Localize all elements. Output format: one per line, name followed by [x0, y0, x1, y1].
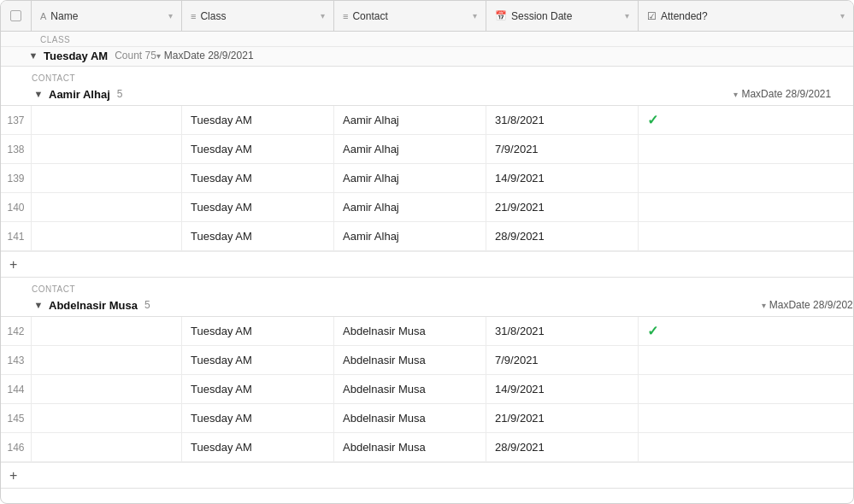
contact-name-row: ▼ Aamir Alhaj 5 ▾ MaxDate 28/9/2021 [1, 85, 853, 105]
row-class-cell: Tuesday AM [182, 164, 334, 192]
header-checkbox-col[interactable] [1, 1, 32, 31]
contact-sort-icon[interactable]: ▾ [473, 11, 477, 21]
class-group-count: Count 75 [115, 50, 156, 62]
row-name-cell [32, 346, 182, 374]
contact-section-1: CONTACT ▼ Abdelnasir Musa 5 ▾ MaxDate 28… [1, 278, 853, 489]
header-class-col[interactable]: ≡ Class ▾ [182, 1, 334, 31]
row-contact-cell: Abdelnasir Musa [334, 375, 486, 403]
row-contact-cell: Aamir Alhaj [334, 193, 486, 221]
contact-name-row: ▼ Abdelnasir Musa 5 ▾ MaxDate 28/9/2021 [1, 296, 853, 316]
name-sort-icon[interactable]: ▾ [168, 11, 173, 21]
contact-col-icon: ≡ [343, 11, 348, 21]
row-id-146: 146 [1, 433, 32, 461]
row-contact-cell: Aamir Alhaj [334, 222, 486, 250]
class-collapse-arrow[interactable]: ▼ [27, 49, 40, 62]
row-attended-cell [639, 164, 853, 192]
header-contact-label: Contact [352, 10, 387, 22]
contact-section-0: CONTACT ▼ Aamir Alhaj 5 ▾ MaxDate 28/9/2… [1, 67, 853, 278]
row-attended-cell [639, 135, 853, 163]
class-maxdate-value: MaxDate 28/9/2021 [164, 50, 254, 62]
row-attended-cell [639, 375, 853, 403]
row-date-cell: 21/9/2021 [486, 404, 639, 432]
table-row[interactable]: 139 Tuesday AM Aamir Alhaj 14/9/2021 [1, 164, 853, 193]
row-date-cell: 31/8/2021 [486, 317, 639, 345]
table-header: A Name ▾ ≡ Class ▾ ≡ Contact ▾ 📅 Session… [1, 1, 853, 32]
row-date-cell: 7/9/2021 [486, 135, 639, 163]
class-group-name-row: ▼ Tuesday AM Count 75 ▾ MaxDate 28/9/202… [1, 47, 853, 67]
row-name-cell [32, 164, 182, 192]
row-contact-cell: Abdelnasir Musa [334, 317, 486, 345]
row-attended-cell: ✓ [639, 106, 853, 134]
contact-maxdate-value: MaxDate 28/9/2021 [741, 88, 831, 100]
row-contact-cell: Aamir Alhaj [334, 135, 486, 163]
row-class-cell: Tuesday AM [182, 375, 334, 403]
row-name-cell [32, 404, 182, 432]
attended-col-icon: ☑ [647, 10, 657, 22]
table-row[interactable]: 138 Tuesday AM Aamir Alhaj 7/9/2021 [1, 135, 853, 164]
main-table: A Name ▾ ≡ Class ▾ ≡ Contact ▾ 📅 Session… [0, 0, 854, 504]
row-class-cell: Tuesday AM [182, 222, 334, 250]
row-attended-cell: ✓ [639, 317, 853, 345]
row-class-cell: Tuesday AM [182, 433, 334, 461]
table-row[interactable]: 146 Tuesday AM Abdelnasir Musa 28/9/2021 [1, 433, 853, 462]
row-contact-cell: Aamir Alhaj [334, 164, 486, 192]
add-record-button[interactable]: + [1, 462, 853, 488]
class-group-name: Tuesday AM [44, 50, 108, 62]
table-row[interactable]: 140 Tuesday AM Aamir Alhaj 21/9/2021 [1, 193, 853, 222]
header-name-label: Name [50, 10, 78, 22]
table-row[interactable]: 137 Tuesday AM Aamir Alhaj 31/8/2021 ✓ [1, 106, 853, 135]
class-maxdate-arrow: ▾ [156, 51, 161, 61]
table-row[interactable]: 144 Tuesday AM Abdelnasir Musa 14/9/2021 [1, 375, 853, 404]
contact-collapse-arrow[interactable]: ▼ [32, 298, 45, 312]
class-label-text: CLASS [40, 35, 70, 44]
row-id-143: 143 [1, 346, 32, 374]
row-date-cell: 21/9/2021 [486, 193, 639, 221]
row-id-137: 137 [1, 106, 32, 134]
row-contact-cell: Abdelnasir Musa [334, 346, 486, 374]
contact-collapse-arrow[interactable]: ▼ [32, 87, 45, 101]
contact-maxdate-arrow: ▾ [762, 301, 766, 310]
row-name-cell [32, 193, 182, 221]
row-class-cell: Tuesday AM [182, 404, 334, 432]
header-attended-col[interactable]: ☑ Attended? ▾ [639, 1, 853, 31]
select-all-checkbox[interactable] [10, 10, 21, 21]
contact-group-name: Abdelnasir Musa [49, 299, 138, 312]
header-name-col[interactable]: A Name ▾ [32, 1, 182, 31]
row-contact-cell: Abdelnasir Musa [334, 433, 486, 461]
header-contact-col[interactable]: ≡ Contact ▾ [334, 1, 486, 31]
contact-label-text: CONTACT [32, 284, 75, 294]
header-session-label: Session Date [511, 10, 572, 22]
contact-maxdate-arrow: ▾ [733, 90, 738, 99]
row-id-139: 139 [1, 164, 32, 192]
add-icon: + [9, 468, 17, 483]
row-class-cell: Tuesday AM [182, 346, 334, 374]
add-record-button[interactable]: + [1, 251, 853, 277]
row-date-cell: 14/9/2021 [486, 164, 639, 192]
table-row[interactable]: 141 Tuesday AM Aamir Alhaj 28/9/2021 [1, 222, 853, 251]
table-row[interactable]: 145 Tuesday AM Abdelnasir Musa 21/9/2021 [1, 404, 853, 433]
row-name-cell [32, 106, 182, 134]
groups-container: CLASS ▼ Tuesday AM Count 75 ▾ MaxDate 28… [1, 32, 853, 489]
class-sort-icon[interactable]: ▾ [321, 11, 325, 21]
session-sort-icon[interactable]: ▾ [625, 11, 629, 21]
row-name-cell [32, 433, 182, 461]
session-col-icon: 📅 [495, 10, 507, 21]
row-date-cell: 31/8/2021 [486, 106, 639, 134]
row-attended-cell [639, 404, 853, 432]
row-attended-cell [639, 222, 853, 250]
row-date-cell: 14/9/2021 [486, 375, 639, 403]
add-icon: + [9, 257, 17, 273]
attended-checkmark: ✓ [647, 323, 658, 339]
table-row[interactable]: 143 Tuesday AM Abdelnasir Musa 7/9/2021 [1, 346, 853, 375]
row-name-cell [32, 135, 182, 163]
attended-sort-icon[interactable]: ▾ [840, 11, 845, 21]
row-attended-cell [639, 346, 853, 374]
header-attended-label: Attended? [661, 10, 708, 22]
row-id-141: 141 [1, 222, 32, 250]
row-id-144: 144 [1, 375, 32, 403]
header-session-col[interactable]: 📅 Session Date ▾ [486, 1, 639, 31]
table-row[interactable]: 142 Tuesday AM Abdelnasir Musa 31/8/2021… [1, 317, 853, 346]
row-name-cell [32, 222, 182, 250]
class-col-icon: ≡ [191, 11, 196, 21]
header-class-label: Class [200, 10, 226, 22]
